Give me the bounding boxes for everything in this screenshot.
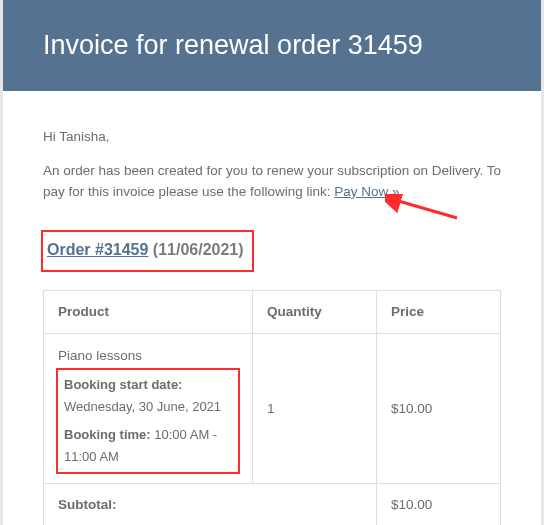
quantity-cell: 1: [253, 334, 377, 484]
product-cell: Piano lessons Booking start date: Wednes…: [44, 334, 253, 484]
booking-date-value: Wednesday, 30 June, 2021: [64, 399, 221, 414]
intro-body: An order has been created for you to ren…: [43, 163, 501, 198]
order-number-link[interactable]: Order #31459: [47, 241, 148, 258]
product-name: Piano lessons: [58, 348, 142, 363]
booking-details: Booking start date: Wednesday, 30 June, …: [58, 370, 238, 472]
subtotal-value: $10.00: [377, 484, 501, 525]
price-cell: $10.00: [377, 334, 501, 484]
table-header-row: Product Quantity Price: [44, 290, 501, 333]
email-container: Invoice for renewal order 31459 Hi Tanis…: [3, 0, 541, 525]
intro-text: An order has been created for you to ren…: [43, 161, 501, 202]
booking-time-label: Booking time:: [64, 427, 151, 442]
order-heading: Order #31459 (11/06/2021): [43, 232, 252, 270]
order-date: (11/06/2021): [153, 241, 244, 258]
subtotal-row: Subtotal: $10.00: [44, 484, 501, 525]
email-content: Hi Tanisha, An order has been created fo…: [3, 91, 541, 525]
col-quantity: Quantity: [253, 290, 377, 333]
page-title: Invoice for renewal order 31459: [43, 30, 501, 61]
email-header: Invoice for renewal order 31459: [3, 0, 541, 91]
greeting-text: Hi Tanisha,: [43, 127, 501, 147]
col-price: Price: [377, 290, 501, 333]
pay-now-link[interactable]: Pay Now »: [334, 184, 399, 199]
col-product: Product: [44, 290, 253, 333]
table-row: Piano lessons Booking start date: Wednes…: [44, 334, 501, 484]
invoice-table: Product Quantity Price Piano lessons Boo…: [43, 290, 501, 525]
subtotal-label: Subtotal:: [44, 484, 377, 525]
booking-date-label: Booking start date:: [64, 377, 182, 392]
